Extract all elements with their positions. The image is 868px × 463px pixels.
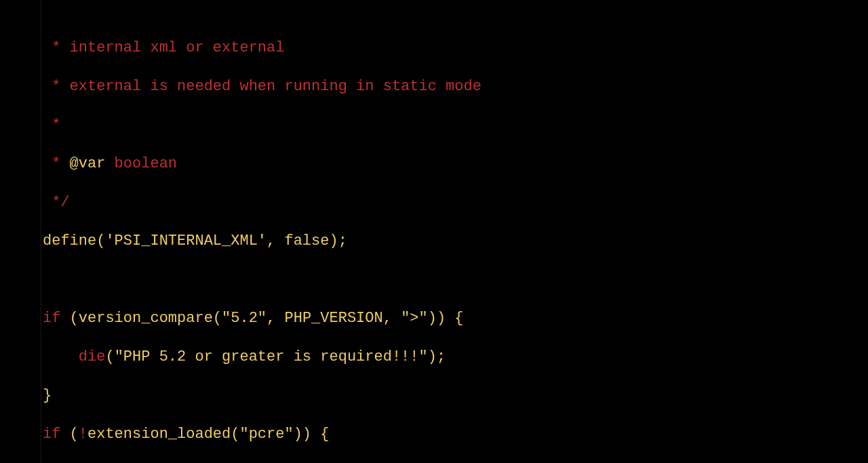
string-literal: ">" <box>401 310 428 327</box>
operator-not: ! <box>79 426 87 443</box>
code-line: } <box>43 386 868 406</box>
paren: ); <box>329 233 347 249</box>
paren: ( <box>213 310 222 327</box>
function-call: version_compare <box>79 310 213 327</box>
indent-guide <box>41 0 41 463</box>
docblock-type: boolean <box>105 155 177 172</box>
docblock-line: * <box>43 117 60 134</box>
paren: ( <box>60 426 78 443</box>
comma: , <box>267 310 284 327</box>
string-literal: "PHP 5.2 or greater is required!!!" <box>115 348 428 365</box>
code-line: die("PHP 5.2 or greater is required!!!")… <box>43 348 868 367</box>
docblock-tag: @var <box>70 155 106 172</box>
paren: ); <box>428 348 446 365</box>
blank-line <box>43 270 868 290</box>
code-line: if (version_compare("5.2", PHP_VERSION, … <box>43 309 868 329</box>
keyword-if: if <box>43 310 60 327</box>
function-call: extension_loaded <box>87 426 231 443</box>
docblock-line: * internal xml or external <box>43 39 284 56</box>
boolean-literal: false <box>284 233 329 249</box>
paren: ( <box>231 426 239 443</box>
string-literal: 'PSI_INTERNAL_XML' <box>105 233 267 249</box>
comma: , <box>383 310 401 327</box>
string-literal: "5.2" <box>222 310 267 327</box>
code-line: * internal xml or external <box>43 39 868 58</box>
paren-brace: )) { <box>294 426 330 443</box>
keyword-die: die <box>79 348 106 365</box>
brace: } <box>43 387 52 404</box>
docblock-close: */ <box>43 194 70 211</box>
comma: , <box>267 233 284 249</box>
paren: ( <box>105 348 114 365</box>
function-call: define <box>43 233 96 249</box>
indent <box>43 348 79 365</box>
paren-brace: )) { <box>428 310 464 327</box>
constant: PHP_VERSION <box>284 310 382 327</box>
code-line: */ <box>43 193 868 213</box>
code-editor[interactable]: * internal xml or external * external is… <box>0 0 868 463</box>
code-line: if (!extension_loaded("pcre")) { <box>43 425 868 445</box>
code-line: * external is needed when running in sta… <box>43 77 868 97</box>
paren: ( <box>96 233 105 249</box>
string-literal: "pcre" <box>239 426 293 443</box>
keyword-if: if <box>43 426 60 443</box>
docblock-star: * <box>43 155 70 172</box>
paren: ( <box>60 310 78 327</box>
code-line: * @var boolean <box>43 155 868 174</box>
docblock-line: * external is needed when running in sta… <box>43 78 481 95</box>
code-line: define('PSI_INTERNAL_XML', false); <box>43 232 868 251</box>
code-line: * <box>43 116 868 136</box>
